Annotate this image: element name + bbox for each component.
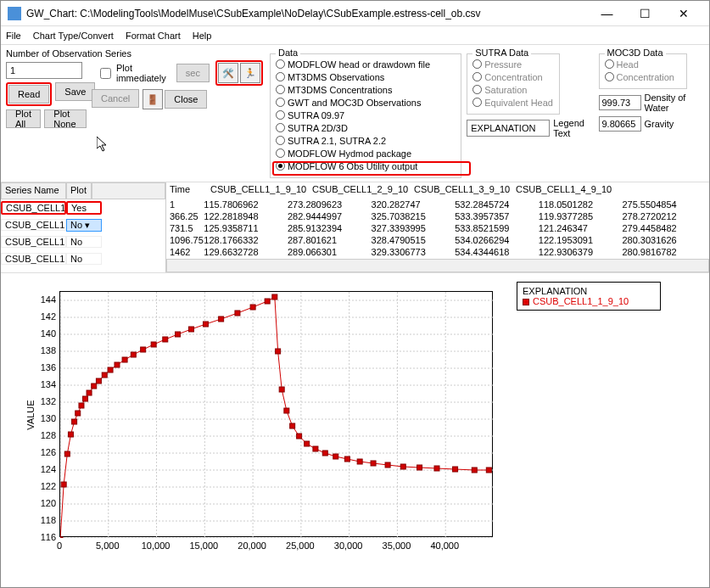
data-option-1[interactable]: MT3DMS Observations — [276, 70, 456, 83]
cancel-button[interactable]: Cancel — [92, 89, 139, 108]
y-tick: 132 — [34, 396, 56, 406]
read-button[interactable]: Read — [8, 85, 49, 104]
menu-format[interactable]: Format Chart — [126, 31, 181, 41]
chart: VALUE 1161181201221241261281301321341361… — [8, 282, 508, 562]
table-row[interactable]: 366.25122.2818948282.9444997325.70382155… — [170, 211, 706, 223]
close-window-button[interactable]: ✕ — [664, 2, 702, 25]
svg-rect-28 — [72, 419, 77, 424]
series-row[interactable]: CSUB_CELL1No — [1, 250, 165, 267]
y-tick: 128 — [34, 430, 56, 440]
svg-rect-53 — [284, 408, 289, 413]
svg-rect-32 — [87, 390, 92, 395]
svg-rect-63 — [385, 462, 390, 468]
svg-rect-25 — [61, 482, 66, 487]
data-option-6[interactable]: SUTRA 2.1, SUTRA 2.2 — [276, 134, 456, 147]
data-table[interactable]: TimeCSUB_CELL1_1_9_10CSUB_CELL1_2_9_10CS… — [166, 182, 709, 272]
title-bar: GW_Chart: C:\ModelingTools\ModelMuse\CSu… — [1, 1, 709, 26]
table-row[interactable]: 1096.75128.1766332287.801621328.47905155… — [170, 235, 706, 247]
plot-header[interactable]: Plot — [66, 182, 92, 199]
svg-rect-24 — [60, 537, 63, 538]
y-tick: 142 — [34, 311, 56, 322]
menu-file[interactable]: File — [6, 31, 21, 41]
menu-help[interactable]: Help — [193, 31, 212, 41]
svg-rect-66 — [434, 466, 439, 471]
x-tick: 15,000 — [190, 540, 219, 551]
sutra-legend: SUTRA Data — [472, 48, 531, 58]
svg-rect-61 — [357, 459, 362, 464]
table-header[interactable]: CSUB_CELL1_4_9_10 — [516, 184, 618, 199]
data-option-8[interactable]: MODFLOW 6 Obs Utility output — [276, 160, 456, 172]
menu-charttype[interactable]: Chart Type/Convert — [33, 31, 114, 41]
series-name-header[interactable]: Series Name — [1, 182, 66, 199]
table-header[interactable]: CSUB_CELL1_3_9_10 — [414, 184, 516, 199]
svg-rect-52 — [279, 387, 284, 392]
svg-rect-62 — [371, 461, 376, 466]
format-icon[interactable]: 🛠️ — [218, 63, 238, 83]
density-label: Density of Water — [645, 92, 705, 113]
legend-text-input[interactable] — [467, 120, 550, 137]
table-header[interactable]: Time — [170, 184, 210, 199]
svg-rect-47 — [235, 311, 240, 316]
svg-rect-67 — [453, 467, 458, 472]
hscrollbar[interactable] — [166, 259, 709, 272]
sec-button[interactable]: sec — [176, 64, 210, 82]
series-row[interactable]: CSUB_CELL1No ▾ — [1, 216, 165, 233]
gravity-input[interactable] — [599, 116, 641, 132]
save-button[interactable]: Save — [55, 82, 95, 101]
data-option-5[interactable]: SUTRA 2D/3D — [276, 121, 456, 134]
numobs-label: Number of Observation Series — [6, 48, 87, 59]
svg-rect-49 — [265, 299, 270, 304]
y-tick: 140 — [34, 328, 56, 339]
svg-rect-31 — [83, 396, 88, 401]
series-row[interactable]: CSUB_CELL1No — [1, 233, 165, 250]
y-tick: 130 — [34, 413, 56, 423]
plotnone-button[interactable]: Plot None — [44, 109, 87, 128]
table-row[interactable]: 1115.7806962273.2809623320.282747532.284… — [170, 199, 706, 211]
numobs-input[interactable] — [6, 62, 82, 79]
svg-rect-33 — [92, 384, 97, 389]
plotall-button[interactable]: Plot All — [6, 109, 41, 128]
series-grid: Series Name Plot CSUB_CELL1YesCSUB_CELL1… — [1, 182, 166, 272]
svg-rect-30 — [79, 403, 84, 408]
legend-title: EXPLANATION — [523, 286, 655, 296]
door-icon[interactable]: 🚪 — [143, 89, 163, 109]
moc3d-option-0: Head — [605, 58, 681, 70]
data-option-4[interactable]: SUTRA 09.97 — [276, 109, 456, 121]
data-option-0[interactable]: MODFLOW head or drawdown file — [276, 58, 456, 70]
svg-rect-68 — [472, 468, 477, 473]
svg-rect-69 — [486, 468, 491, 473]
table-row[interactable]: 1462129.6632728289.066301329.3306773534.… — [170, 247, 706, 259]
table-row[interactable]: 731.5125.9358711285.9132394327.339399553… — [170, 223, 706, 235]
svg-rect-34 — [96, 378, 101, 384]
data-option-2[interactable]: MT3DMS Concentrations — [276, 83, 456, 96]
svg-rect-48 — [250, 305, 255, 310]
density-input[interactable] — [599, 95, 641, 110]
table-header[interactable]: CSUB_CELL1_2_9_10 — [312, 184, 414, 199]
svg-rect-64 — [400, 464, 405, 469]
cursor-icon — [97, 137, 110, 154]
data-option-3[interactable]: GWT and MOC3D Observations — [276, 96, 456, 109]
svg-rect-35 — [102, 372, 107, 378]
maximize-button[interactable]: ☐ — [626, 2, 664, 25]
y-tick: 126 — [34, 447, 56, 457]
close-button[interactable]: Close — [165, 90, 207, 109]
sutra-option-1: Concentration — [472, 70, 554, 83]
table-header[interactable]: CSUB_CELL1_1_9_10 — [210, 184, 312, 199]
run-icon[interactable]: 🏃 — [240, 63, 260, 83]
x-tick: 10,000 — [142, 540, 171, 551]
data-option-7[interactable]: MODFLOW Hydmod package — [276, 147, 456, 160]
legend-panel: EXPLANATION CSUB_CELL1_1_9_10 — [517, 282, 661, 311]
sutra-option-2: Saturation — [472, 83, 554, 96]
y-tick: 144 — [34, 294, 56, 305]
svg-rect-38 — [122, 357, 127, 362]
svg-rect-65 — [417, 465, 422, 470]
series-row[interactable]: CSUB_CELL1Yes — [1, 199, 165, 216]
plot-immediately-checkbox[interactable] — [100, 68, 111, 79]
svg-rect-36 — [108, 367, 113, 372]
y-tick: 118 — [34, 515, 56, 525]
legend-text-label: Legend Text — [553, 118, 593, 138]
minimize-button[interactable]: — — [588, 2, 626, 25]
svg-rect-55 — [297, 434, 302, 439]
x-tick: 30,000 — [334, 540, 363, 551]
y-tick: 134 — [34, 379, 56, 389]
